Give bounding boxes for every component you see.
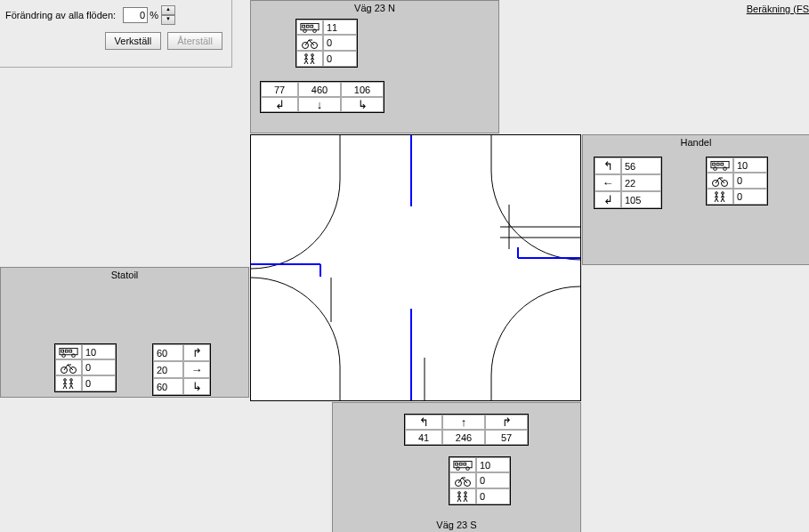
- west-right-icon: ↳: [183, 378, 210, 395]
- svg-rect-3: [303, 25, 305, 28]
- west-bus-value[interactable]: 10: [82, 344, 116, 359]
- svg-point-39: [64, 379, 67, 382]
- east-left-flow[interactable]: 56: [621, 157, 661, 174]
- east-approach-panel: Handel ↰56 ←22 ↲105 10 0 0: [582, 134, 809, 265]
- bike-icon: [296, 35, 323, 51]
- svg-point-29: [716, 192, 718, 195]
- calculation-link[interactable]: Beräkning (FS: [747, 4, 809, 14]
- north-approach-name: Väg 23 N: [251, 1, 498, 13]
- south-vehicle-table: 10 0 0: [449, 456, 511, 505]
- north-left-flow[interactable]: 77: [261, 82, 298, 97]
- north-bus-value[interactable]: 11: [323, 20, 357, 35]
- svg-rect-25: [716, 163, 719, 165]
- bus-icon: [449, 457, 476, 472]
- west-through-icon: →: [183, 361, 210, 378]
- north-right-flow[interactable]: 106: [341, 82, 384, 97]
- svg-rect-24: [713, 163, 716, 165]
- bike-icon: [55, 359, 82, 375]
- east-right-flow[interactable]: 105: [621, 191, 661, 208]
- svg-rect-45: [459, 463, 462, 465]
- south-right-flow[interactable]: 57: [485, 430, 528, 445]
- north-ped-value[interactable]: 0: [323, 51, 357, 67]
- north-bike-value[interactable]: 0: [323, 35, 357, 51]
- south-left-icon: ↰: [405, 415, 442, 430]
- west-flow-table: 60↱ 20→ 60↳: [152, 343, 211, 396]
- svg-point-49: [458, 492, 461, 495]
- svg-point-30: [722, 192, 724, 195]
- spin-up-icon[interactable]: ▲: [161, 5, 175, 15]
- west-left-flow[interactable]: 60: [153, 344, 183, 361]
- east-bike-value[interactable]: 0: [733, 173, 767, 189]
- south-flow-table: ↰ ↑ ↱ 41 246 57: [404, 414, 529, 446]
- north-through-flow[interactable]: 460: [298, 82, 341, 97]
- west-bike-value[interactable]: 0: [82, 359, 116, 375]
- east-bus-value[interactable]: 10: [733, 157, 767, 173]
- east-approach-name: Handel: [583, 135, 809, 148]
- bus-icon: [55, 344, 82, 359]
- flow-change-unit: %: [150, 10, 158, 20]
- flow-change-label: Förändring av alla flöden:: [5, 10, 116, 20]
- west-approach-panel: Statoil 10 0 0 60↱ 20→ 60↳: [0, 267, 249, 398]
- south-right-icon: ↱: [485, 415, 528, 430]
- south-left-flow[interactable]: 41: [405, 430, 442, 445]
- pedestrian-icon: [707, 189, 733, 205]
- north-approach-panel: Väg 23 N 11 0 0 77 460 106 ↲ ↓ ↳: [250, 0, 499, 133]
- west-approach-name: Statoil: [1, 268, 248, 280]
- south-through-flow[interactable]: 246: [442, 430, 485, 445]
- west-through-flow[interactable]: 20: [153, 361, 183, 378]
- west-right-flow[interactable]: 60: [153, 378, 183, 395]
- bus-icon: [707, 157, 733, 173]
- north-vehicle-table: 11 0 0: [295, 19, 358, 68]
- north-flow-table: 77 460 106 ↲ ↓ ↳: [260, 81, 384, 113]
- bus-icon: [296, 20, 323, 35]
- south-ped-value[interactable]: 0: [476, 488, 510, 504]
- svg-rect-31: [60, 348, 77, 354]
- through-icon: ↓: [298, 97, 341, 112]
- west-vehicle-table: 10 0 0: [54, 343, 117, 392]
- east-right-icon: ↲: [595, 191, 621, 208]
- reset-button[interactable]: Återställ: [167, 32, 222, 50]
- east-flow-table: ↰56 ←22 ↲105: [594, 157, 662, 209]
- flow-change-spinner[interactable]: ▲ ▼: [161, 5, 175, 25]
- flow-change-input[interactable]: 0: [123, 7, 148, 23]
- svg-rect-4: [306, 25, 309, 28]
- bike-icon: [449, 472, 476, 488]
- svg-rect-21: [711, 161, 729, 167]
- east-vehicle-table: 10 0 0: [706, 157, 768, 206]
- west-left-icon: ↱: [183, 344, 210, 361]
- turn-left-icon: ↲: [261, 97, 298, 112]
- south-through-icon: ↑: [442, 415, 485, 430]
- south-bus-value[interactable]: 10: [476, 457, 510, 472]
- east-ped-value[interactable]: 0: [733, 189, 767, 205]
- west-ped-value[interactable]: 0: [82, 375, 116, 391]
- svg-rect-26: [721, 163, 724, 165]
- svg-rect-44: [456, 463, 458, 465]
- east-through-icon: ←: [595, 174, 621, 191]
- spin-down-icon[interactable]: ▼: [161, 15, 175, 25]
- south-approach-panel: ↰ ↑ ↱ 41 246 57 10 0 0 Väg 23 S: [332, 402, 581, 532]
- svg-rect-5: [311, 25, 313, 28]
- bike-icon: [707, 173, 733, 189]
- turn-right-icon: ↳: [341, 97, 384, 112]
- svg-rect-35: [65, 350, 68, 352]
- east-through-flow[interactable]: 22: [621, 174, 661, 191]
- svg-rect-41: [454, 461, 472, 467]
- apply-button[interactable]: Verkställ: [105, 32, 162, 50]
- svg-rect-36: [69, 350, 72, 352]
- intersection-diagram: [250, 134, 581, 401]
- pedestrian-icon: [296, 51, 323, 67]
- pedestrian-icon: [55, 375, 82, 391]
- south-approach-name: Väg 23 S: [333, 520, 580, 530]
- svg-rect-0: [301, 23, 319, 29]
- svg-rect-46: [464, 463, 466, 465]
- svg-point-9: [311, 54, 314, 57]
- south-bike-value[interactable]: 0: [476, 472, 510, 488]
- svg-point-8: [305, 54, 308, 57]
- flow-change-panel: Förändring av alla flöden: 0 % ▲ ▼ Verks…: [0, 0, 232, 68]
- pedestrian-icon: [449, 488, 476, 504]
- east-left-icon: ↰: [595, 157, 621, 174]
- svg-rect-34: [61, 350, 64, 352]
- svg-point-50: [465, 492, 467, 495]
- svg-point-40: [70, 379, 73, 382]
